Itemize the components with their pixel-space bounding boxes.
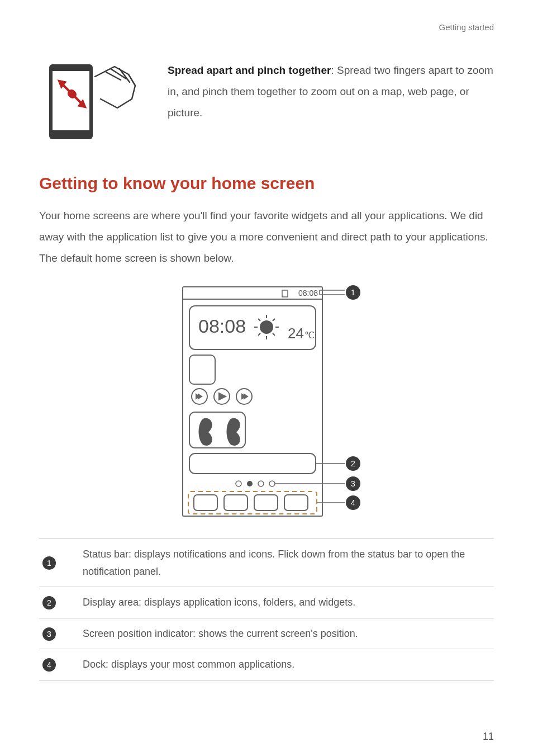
table-row: 2 Display area: displays application ico… xyxy=(39,587,494,618)
intro-paragraph: Your home screens are where you'll find … xyxy=(39,205,494,269)
table-row: 4 Dock: displays your most common applic… xyxy=(39,649,494,681)
svg-point-7 xyxy=(70,92,75,97)
gesture-illustration xyxy=(39,60,145,146)
callout-2-label: 2 xyxy=(351,459,355,468)
legend-text: Status bar: displays notifications and i… xyxy=(79,539,494,587)
svg-line-22 xyxy=(273,333,275,336)
svg-marker-28 xyxy=(198,394,202,399)
legend-text: Screen position indicator: shows the cur… xyxy=(79,618,494,649)
section-heading: Getting to know your home screen xyxy=(39,174,494,193)
svg-point-42 xyxy=(269,481,275,486)
svg-rect-46 xyxy=(194,495,217,511)
clock-widget-time: 08:08 xyxy=(198,315,246,337)
home-screen-svg: 1 08:08 08:08 xyxy=(155,282,378,523)
svg-point-16 xyxy=(260,320,273,334)
svg-marker-30 xyxy=(219,393,226,400)
svg-rect-48 xyxy=(254,495,278,511)
gesture-row: Spread apart and pinch together: Spread … xyxy=(39,60,494,146)
legend-badge: 1 xyxy=(42,556,56,570)
header-section-label: Getting started xyxy=(439,22,494,32)
legend-text: Display area: displays application icons… xyxy=(79,587,494,618)
callout-3-label: 3 xyxy=(351,479,355,488)
svg-point-41 xyxy=(258,481,264,486)
status-bar-time: 08:08 xyxy=(298,289,318,297)
gesture-text: Spread apart and pinch together: Spread … xyxy=(168,60,494,124)
weather-temperature: 24 xyxy=(288,325,304,342)
legend-text: Dock: displays your most common applicat… xyxy=(79,649,494,681)
pinch-gesture-icon xyxy=(39,60,145,144)
gesture-title: Spread apart and pinch together xyxy=(168,64,331,76)
svg-rect-49 xyxy=(284,495,308,511)
svg-rect-11 xyxy=(282,290,288,297)
callout-1-label: 1 xyxy=(351,288,355,297)
legend-table: 1 Status bar: displays notifications and… xyxy=(39,538,494,681)
svg-point-40 xyxy=(247,481,253,486)
page: Getting started xyxy=(0,0,533,756)
page-header: Getting started xyxy=(39,22,494,32)
weather-unit: ℃ xyxy=(304,330,315,340)
svg-rect-47 xyxy=(224,495,248,511)
table-row: 3 Screen position indicator: shows the c… xyxy=(39,618,494,649)
svg-line-21 xyxy=(258,319,260,321)
legend-badge: 2 xyxy=(42,596,56,609)
svg-point-39 xyxy=(236,481,241,486)
legend-badge: 4 xyxy=(42,658,56,672)
svg-marker-33 xyxy=(244,394,248,399)
legend-badge: 3 xyxy=(42,627,56,641)
svg-rect-25 xyxy=(189,355,215,384)
table-row: 1 Status bar: displays notifications and… xyxy=(39,539,494,587)
svg-line-23 xyxy=(258,333,260,336)
svg-line-24 xyxy=(273,319,275,321)
svg-rect-36 xyxy=(189,453,316,474)
page-number: 11 xyxy=(483,731,494,743)
callout-4-label: 4 xyxy=(351,498,355,507)
home-screen-diagram: 1 08:08 08:08 xyxy=(39,282,494,523)
